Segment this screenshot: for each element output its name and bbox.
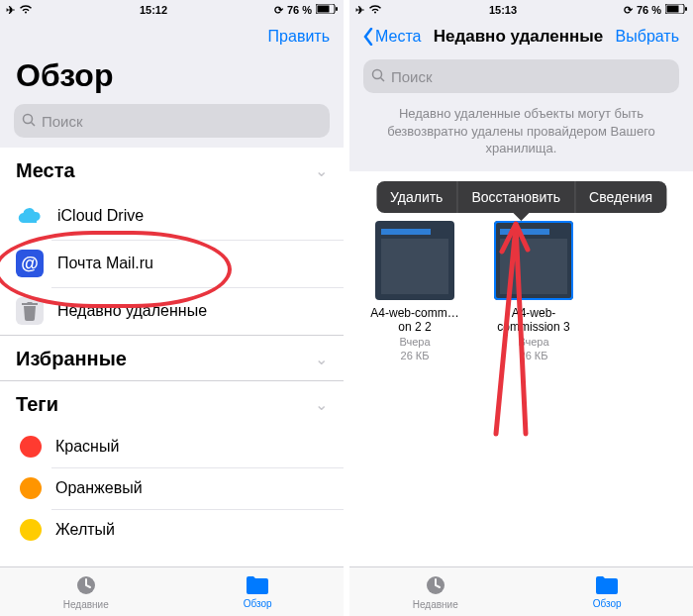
nav-title: Недавно удаленные [434, 27, 604, 47]
svg-rect-7 [667, 6, 679, 13]
section-places-header[interactable]: Места ⌄ [0, 148, 344, 192]
folder-icon [245, 574, 270, 596]
battery-percent: 76 % [287, 4, 312, 16]
clock-icon [424, 573, 447, 597]
file-item[interactable]: A4-web-commission 3 Вчера 26 КБ [484, 221, 583, 362]
search-placeholder: Поиск [391, 68, 433, 85]
svg-line-10 [381, 77, 385, 81]
mailru-icon: @ [16, 250, 44, 277]
status-bar: ✈︎ 15:12 ⟳ 76 % [0, 0, 344, 20]
search-placeholder: Поиск [42, 113, 83, 130]
status-time: 15:13 [489, 4, 517, 16]
section-tags-header[interactable]: Теги ⌄ [0, 381, 344, 426]
wifi-icon [19, 4, 33, 16]
tab-recents[interactable]: Недавние [0, 567, 172, 616]
svg-line-4 [32, 122, 36, 126]
tab-browse[interactable]: Обзор [172, 567, 345, 616]
back-button[interactable]: Места [363, 28, 421, 46]
select-button[interactable]: Выбрать [616, 28, 679, 46]
tag-yellow[interactable]: Желтый [0, 509, 344, 551]
tag-orange[interactable]: Оранжевый [0, 467, 344, 509]
status-time: 15:12 [140, 4, 167, 16]
trash-icon [16, 297, 44, 325]
search-icon [371, 68, 385, 85]
tag-dot-icon [20, 436, 42, 458]
battery-icon [316, 4, 338, 16]
tab-recents[interactable]: Недавние [349, 567, 522, 616]
file-thumbnail [375, 221, 454, 300]
file-item[interactable]: A4-web-comm…on 2 2 Вчера 26 КБ [365, 221, 464, 362]
info-text: Недавно удаленные объекты могут быть без… [349, 101, 693, 171]
place-mailru[interactable]: @ Почта Mail.ru [0, 240, 344, 287]
file-thumbnail [494, 221, 573, 300]
search-input[interactable]: Поиск [14, 104, 330, 138]
airplane-icon: ✈︎ [6, 4, 15, 17]
chevron-down-icon: ⌄ [315, 350, 328, 368]
chevron-left-icon [363, 28, 373, 46]
svg-rect-1 [318, 6, 330, 13]
menu-details[interactable]: Сведения [574, 181, 666, 213]
tag-dot-icon [20, 477, 42, 499]
svg-rect-8 [685, 7, 687, 11]
wifi-icon [368, 4, 382, 16]
airplane-icon: ✈︎ [355, 4, 364, 17]
svg-rect-2 [336, 7, 338, 11]
svg-point-3 [24, 114, 33, 123]
tag-dot-icon [20, 519, 42, 541]
clock-icon [74, 573, 98, 597]
search-icon [22, 113, 36, 130]
svg-point-9 [373, 69, 382, 78]
nav-bar: Места Недавно удаленные Выбрать [349, 20, 693, 53]
place-recently-deleted[interactable]: Недавно удаленные [0, 287, 344, 335]
screen-recently-deleted: ✈︎ 15:13 ⟳ 76 % Места Недавно удаленные … [349, 0, 693, 616]
edit-button[interactable]: Править [268, 28, 330, 46]
section-favorites-header[interactable]: Избранные ⌄ [0, 336, 344, 380]
tab-browse[interactable]: Обзор [522, 567, 694, 616]
screen-browse: ✈︎ 15:12 ⟳ 76 % Править Обзор Поиск Мест… [0, 0, 344, 616]
nav-bar: Править [0, 20, 344, 53]
search-input[interactable]: Поиск [363, 59, 679, 93]
battery-icon [665, 4, 687, 16]
context-menu: Удалить Восстановить Сведения [376, 181, 666, 213]
page-title: Обзор [0, 53, 344, 104]
orientation-lock-icon: ⟳ [624, 4, 633, 17]
browse-list: Места ⌄ iCloud Drive @ Почта Mail.ru Нед… [0, 148, 344, 566]
tab-bar: Недавние Обзор [0, 566, 344, 616]
icloud-icon [16, 202, 44, 230]
file-grid-area: Удалить Восстановить Сведения A4-web-com… [349, 171, 693, 566]
tag-red[interactable]: Красный [0, 426, 344, 467]
menu-restore[interactable]: Восстановить [456, 181, 574, 213]
tab-bar: Недавние Обзор [349, 566, 693, 616]
chevron-down-icon: ⌄ [315, 395, 328, 414]
menu-delete[interactable]: Удалить [376, 181, 456, 213]
folder-icon [594, 574, 620, 596]
battery-percent: 76 % [637, 4, 661, 16]
chevron-down-icon: ⌄ [315, 161, 328, 180]
place-icloud[interactable]: iCloud Drive [0, 192, 344, 240]
status-bar: ✈︎ 15:13 ⟳ 76 % [349, 0, 693, 20]
orientation-lock-icon: ⟳ [274, 4, 283, 17]
